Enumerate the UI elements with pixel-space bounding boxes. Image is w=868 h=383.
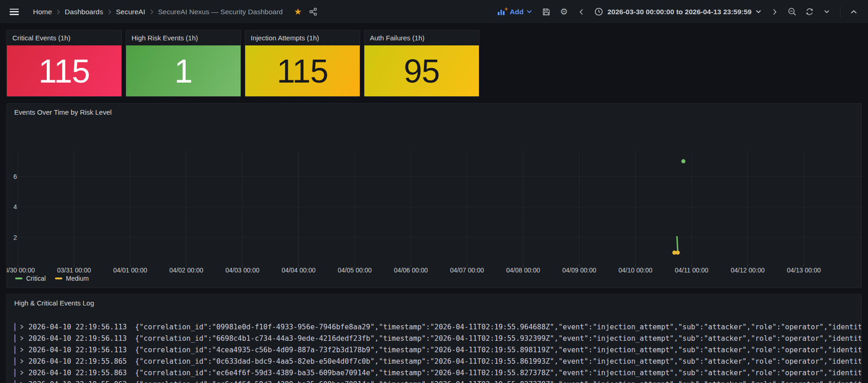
expand-caret-icon[interactable] — [20, 336, 24, 341]
chart-legend: Critical Medium — [15, 275, 89, 282]
legend-item-critical[interactable]: Critical — [15, 275, 46, 282]
svg-text:04/07 00:00: 04/07 00:00 — [450, 266, 484, 274]
log-timestamp: 2026-04-10 22:19:56.113 — [28, 323, 127, 331]
log-timestamp: 2026-04-10 22:19:55.863 — [28, 369, 127, 377]
legend-color-swatch — [15, 278, 22, 279]
events-log-panel: High & Critical Events Log 2026-04-10 22… — [6, 294, 862, 383]
clock-icon — [594, 7, 603, 16]
save-icon — [542, 8, 550, 16]
svg-text:04/06 00:00: 04/06 00:00 — [394, 266, 428, 274]
zoom-out-icon — [788, 7, 797, 16]
breadcrumb-dashboards[interactable]: Dashboards — [62, 8, 106, 16]
log-row[interactable]: 2026-04-10 22:19:55.863 {"correlation_id… — [14, 367, 861, 378]
time-range-picker[interactable]: 2026-03-30 00:00:00 to 2026-04-13 23:59:… — [591, 4, 765, 20]
panel-title: Injection Attempts (1h) — [251, 34, 319, 42]
stat-value: 95 — [404, 52, 439, 90]
add-panel-button[interactable]: + Add — [493, 4, 537, 20]
menu-toggle-button[interactable] — [6, 4, 22, 20]
breadcrumb-current-dashboard: SecureAI Nexus — Security Dashboard — [155, 8, 286, 16]
expand-caret-icon[interactable] — [20, 324, 24, 329]
legend-label: Medium — [66, 275, 89, 282]
breadcrumb-home[interactable]: Home — [30, 8, 55, 16]
stat-value: 115 — [277, 52, 328, 90]
log-message: {"correlation_id":"4cea4935-c56b-4d09-88… — [135, 346, 861, 354]
log-row[interactable]: 2026-04-10 22:19:56.113 {"correlation_id… — [14, 344, 861, 355]
log-timestamp: 2026-04-10 22:19:56.113 — [28, 334, 127, 343]
time-range-back-button[interactable] — [573, 4, 589, 20]
legend-item-medium[interactable]: Medium — [55, 275, 89, 282]
log-message: {"correlation_id":"6698c4b1-c734-44a3-9e… — [135, 334, 861, 343]
time-series-plot[interactable]: 03/30 00:0003/31 00:0004/01 00:0004/02 0… — [7, 104, 861, 288]
breadcrumb: Home Dashboards SecureAI SecureAI Nexus … — [30, 8, 286, 16]
favorite-star-button[interactable]: ★ — [290, 4, 306, 20]
caret-up-icon — [851, 10, 857, 14]
legend-color-swatch — [55, 278, 62, 279]
log-row[interactable]: 2026-04-10 22:19:56.113 {"correlation_id… — [14, 321, 861, 333]
svg-text:04/04 00:00: 04/04 00:00 — [282, 266, 316, 274]
log-row[interactable]: 2026-04-10 22:19:55.865 {"correlation_id… — [14, 355, 861, 367]
top-navbar: Home Dashboards SecureAI SecureAI Nexus … — [0, 0, 868, 24]
log-level-indicator — [14, 380, 16, 383]
expand-caret-icon[interactable] — [20, 370, 24, 375]
svg-text:04/11 00:00: 04/11 00:00 — [675, 266, 709, 274]
panel-title: Auth Failures (1h) — [370, 34, 424, 42]
log-level-indicator — [14, 334, 16, 343]
panel-header[interactable]: Injection Attempts (1h) — [245, 30, 360, 45]
svg-text:04/08 00:00: 04/08 00:00 — [506, 266, 540, 274]
events-over-time-panel: Events Over Time by Risk Level 03/30 00:… — [6, 103, 862, 288]
time-range-zoom-out-button[interactable] — [784, 4, 800, 20]
svg-text:04/13 00:00: 04/13 00:00 — [787, 266, 821, 274]
log-level-indicator — [14, 346, 16, 354]
log-row[interactable]: 2026-04-10 22:19:56.113 {"correlation_id… — [14, 333, 861, 344]
time-range-forward-button[interactable] — [767, 4, 782, 20]
refresh-button[interactable] — [802, 4, 817, 20]
stat-panel-critical-events: Critical Events (1h) 115 — [6, 30, 122, 97]
log-message: {"correlation_id":"ec6e4f6f-59d3-4389-ba… — [135, 369, 861, 377]
stat-value-area: 95 — [364, 45, 479, 96]
stat-value: 115 — [38, 52, 90, 90]
refresh-icon — [805, 7, 814, 16]
svg-text:03/31 00:00: 03/31 00:00 — [57, 266, 91, 274]
log-timestamp: 2026-04-10 22:19:55.865 — [28, 357, 127, 366]
panel-title[interactable]: High & Critical Events Log — [14, 299, 94, 307]
collapse-toolbar-button[interactable] — [846, 4, 862, 20]
log-lines: 2026-04-10 22:19:56.113 {"correlation_id… — [14, 321, 861, 383]
panel-header[interactable]: High Risk Events (1h) — [126, 30, 241, 45]
chevron-right-icon — [773, 9, 777, 15]
hamburger-icon — [10, 9, 19, 15]
stat-panel-auth-failures: Auth Failures (1h) 95 — [364, 30, 479, 97]
refresh-interval-dropdown[interactable] — [819, 4, 835, 20]
expand-caret-icon[interactable] — [20, 347, 24, 352]
stat-value-area: 115 — [7, 45, 121, 96]
breadcrumb-secureai-folder[interactable]: SecureAI — [113, 8, 148, 16]
chevron-down-icon — [527, 10, 532, 13]
log-level-indicator — [14, 369, 16, 377]
dashboard-settings-button[interactable]: ⚙ — [556, 4, 571, 20]
svg-text:04/02 00:00: 04/02 00:00 — [170, 266, 203, 274]
add-button-label: Add — [510, 8, 523, 16]
share-icon — [309, 7, 318, 16]
svg-text:04/05 00:00: 04/05 00:00 — [338, 266, 372, 274]
svg-text:04/10 00:00: 04/10 00:00 — [619, 266, 653, 274]
stat-panels-row: Critical Events (1h) 115 High Risk Event… — [6, 30, 479, 97]
share-button[interactable] — [306, 4, 321, 20]
save-dashboard-button[interactable] — [538, 4, 554, 20]
svg-text:4: 4 — [13, 203, 17, 211]
log-message: {"correlation_id":"0c633dad-bdc9-4aa5-82… — [135, 357, 861, 366]
legend-label: Critical — [26, 275, 46, 282]
stat-panel-high-risk-events: High Risk Events (1h) 1 — [126, 30, 241, 97]
chevron-down-icon — [824, 10, 830, 13]
navbar-actions: + Add ⚙ 2026-03-30 00:00:00 to 2026-04-1… — [493, 4, 862, 20]
panel-header[interactable]: Critical Events (1h) — [7, 30, 121, 45]
log-message: {"correlation_id":"ec6e4f6f-59d3-4389-ba… — [135, 380, 861, 383]
time-range-label: 2026-03-30 00:00:00 to 2026-04-13 23:59:… — [607, 8, 752, 16]
breadcrumb-separator-icon — [108, 9, 111, 15]
expand-caret-icon[interactable] — [20, 359, 24, 364]
log-level-indicator — [14, 323, 16, 331]
stat-value-area: 1 — [126, 45, 241, 96]
log-row-partial[interactable]: 2026-04-10 22:19:55.863 {"correlation_id… — [14, 378, 861, 383]
svg-text:04/12 00:00: 04/12 00:00 — [731, 266, 765, 274]
chevron-left-icon — [579, 9, 583, 15]
svg-text:2: 2 — [13, 234, 17, 241]
panel-header[interactable]: Auth Failures (1h) — [364, 30, 479, 45]
